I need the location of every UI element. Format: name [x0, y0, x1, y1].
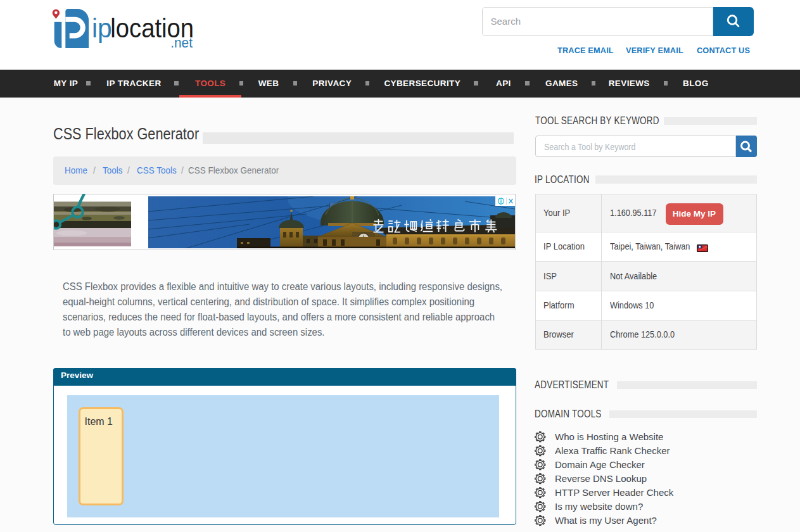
svg-text:ip: ip	[92, 13, 112, 43]
svg-text:.net: .net	[170, 35, 193, 49]
